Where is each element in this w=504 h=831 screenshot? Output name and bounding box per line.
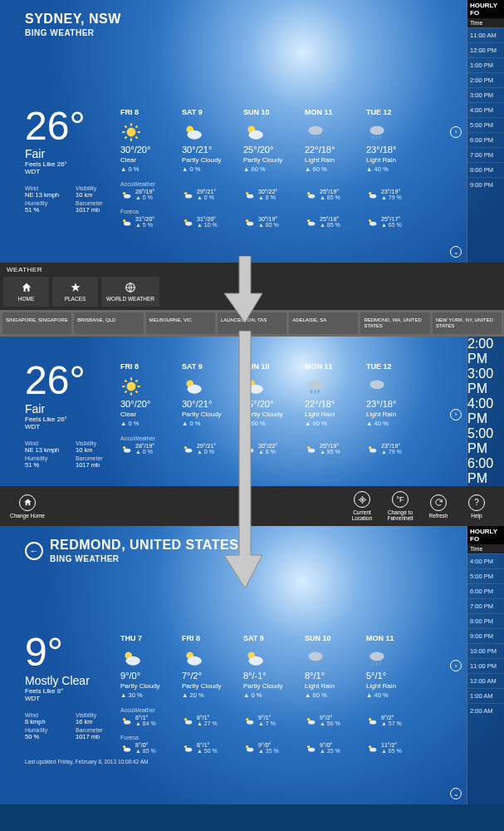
hourly-row[interactable]: 11:00 PM <box>467 658 504 673</box>
weather-icon <box>182 376 203 394</box>
svg-point-63 <box>246 745 249 749</box>
svg-point-39 <box>308 381 322 390</box>
svg-point-10 <box>185 222 192 226</box>
hourly-panel[interactable]: HOURLY FO Time 4:00 PM5:00 PM6:00 PM7:00… <box>467 526 504 804</box>
forecast-day[interactable]: MON 1122°/18°Light Rain▲ 60 % 25°/19°▲ 8… <box>305 362 365 468</box>
svg-point-66 <box>307 718 311 721</box>
hourly-row[interactable]: 2:00 AM <box>467 703 504 718</box>
hourly-row[interactable]: 3:00 PM <box>467 366 504 396</box>
scroll-right-icon[interactable]: › <box>450 409 462 420</box>
forecast-day[interactable]: SAT 98°/-1°Partly Cloudy▲ 0 % 9°/1°▲ 7 %… <box>243 634 303 754</box>
forecast-day[interactable]: MON 1122°/18°Light Rain▲ 60 % 25°/19°▲ 8… <box>305 108 365 228</box>
forecast-day[interactable]: TUE 1223°/18°Light Rain▲ 40 % 23°/19°▲ 7… <box>366 362 426 468</box>
svg-point-46 <box>361 499 363 500</box>
back-button[interactable]: ← <box>25 542 43 560</box>
place-tile[interactable]: NEW YORK, NY, UNITED STATES <box>433 312 502 334</box>
hourly-row[interactable]: 4:00 PM <box>467 396 504 426</box>
hourly-row[interactable]: 4:00 PM <box>467 102 504 117</box>
hourly-row[interactable]: 12:00 PM <box>467 42 504 57</box>
hourly-row[interactable]: 9:00 PM <box>467 177 504 192</box>
hourly-row[interactable]: 7:00 PM <box>467 598 504 613</box>
forecast-day[interactable]: THU 79°/0°Partly Cloudy▲ 30 %AccuWeather… <box>120 634 180 754</box>
svg-point-43 <box>369 446 372 450</box>
svg-point-4 <box>124 222 130 226</box>
hourly-row[interactable]: 5:00 PM <box>467 426 504 456</box>
scroll-right-icon[interactable]: › <box>450 126 462 138</box>
hourly-row[interactable]: 11:00 AM <box>467 27 504 42</box>
forecast-day[interactable]: SUN 108°/1°Light Rain▲ 60 % 9°/2°▲ 56 % … <box>305 634 365 754</box>
weather-icon <box>366 647 388 666</box>
svg-point-67 <box>308 720 315 725</box>
svg-point-50 <box>124 720 130 725</box>
svg-point-2 <box>124 194 130 199</box>
forecast-day[interactable]: SUN 1025°/20°Partly Cloudy▲ 60 % 30°/22°… <box>243 108 303 228</box>
hourly-row[interactable]: 6:00 PM <box>467 456 504 486</box>
hourly-row[interactable]: 2:00 PM <box>467 337 504 366</box>
hourly-row[interactable]: 5:00 PM <box>467 568 504 583</box>
star-icon <box>70 282 81 293</box>
current-location-button[interactable]: Current Location <box>343 491 381 521</box>
svg-point-48 <box>126 656 140 666</box>
hourly-row[interactable]: 5:00 PM <box>467 117 504 132</box>
svg-point-15 <box>246 219 249 223</box>
forecast-day[interactable]: FRI 830°/20°Clear▲ 0 %AccuWeather28°/19°… <box>120 362 180 468</box>
hourly-row[interactable]: 6:00 PM <box>467 132 504 147</box>
nav-tile-home[interactable]: HOME <box>3 277 49 307</box>
forecast-day[interactable]: FRI 830°/20°Clear▲ 0 %AccuWeather28°/19°… <box>120 108 180 228</box>
hourly-panel[interactable]: HOURLY FO Time 11:00 AM12:00 PM1:00 PM2:… <box>467 0 504 263</box>
svg-point-42 <box>369 381 384 390</box>
weather-icon <box>182 647 203 666</box>
flow-arrow-icon <box>224 256 266 322</box>
svg-point-64 <box>247 748 253 752</box>
hourly-row[interactable]: 2:00 PM <box>467 72 504 87</box>
hourly-panel[interactable]: 2:00 PM3:00 PM4:00 PM5:00 PM6:00 PM7:00 … <box>467 337 504 486</box>
hourly-row[interactable]: 1:00 PM <box>467 57 504 72</box>
weather-icon <box>120 376 142 394</box>
forecast-day[interactable]: FRI 87°/2°Partly Cloudy▲ 20 % 8°/1°▲ 27 … <box>182 634 242 754</box>
last-updated: Last updated Friday, February 8, 2013 10… <box>25 759 467 765</box>
refresh-button[interactable]: Refresh <box>419 494 458 519</box>
weather-icon <box>305 376 326 394</box>
hourly-row[interactable]: 3:00 PM <box>467 87 504 102</box>
svg-point-73 <box>369 745 372 749</box>
hourly-row[interactable]: 10:00 PM <box>467 643 504 658</box>
expand-icon[interactable]: ⌄ <box>450 788 462 799</box>
place-tile[interactable]: BRISBANE, QLD <box>74 312 143 334</box>
nav-tile-world-weather[interactable]: WORLD WEATHER <box>101 277 159 307</box>
nav-tile-places[interactable]: PLACES <box>52 277 98 307</box>
svg-point-13 <box>246 192 249 195</box>
svg-point-0 <box>127 128 136 137</box>
svg-point-24 <box>369 194 376 199</box>
weather-icon <box>305 121 326 140</box>
forecast-day[interactable]: TUE 1223°/18°Light Rain▲ 40 % 23°/19°▲ 7… <box>366 108 426 228</box>
place-tile[interactable]: REDMOND, WA, UNITED STATES <box>360 312 429 334</box>
forecast-days: FRI 830°/20°Clear▲ 0 %AccuWeather28°/19°… <box>120 362 426 468</box>
expand-icon[interactable]: ⌄ <box>450 246 462 258</box>
hourly-row[interactable]: 12:00 AM <box>467 673 504 688</box>
change-home-button[interactable]: Change Home <box>8 494 46 519</box>
hourly-row[interactable]: 1:00 AM <box>467 688 504 703</box>
hourly-row[interactable]: 8:00 PM <box>467 162 504 177</box>
svg-point-72 <box>369 720 376 725</box>
hourly-row[interactable]: 8:00 PM <box>467 613 504 628</box>
weather-icon <box>182 121 203 140</box>
change-to-fahrenheit-button[interactable]: °FChange to Fahrenheit <box>381 491 419 521</box>
forecast-day[interactable]: MON 115°/1°Light Rain▲ 40 % 9°/2°▲ 57 % … <box>366 634 426 754</box>
home-icon <box>21 282 32 293</box>
forecast-day[interactable]: SAT 930°/21°Partly Cloudy▲ 0 % 29°/21°▲ … <box>182 108 242 228</box>
hourly-row[interactable]: 6:00 PM <box>467 583 504 598</box>
target-icon <box>358 495 367 504</box>
svg-point-18 <box>307 192 311 195</box>
place-tile[interactable]: SINGAPORE, SINGAPORE <box>2 312 71 334</box>
flow-arrow-icon <box>224 331 266 588</box>
svg-point-33 <box>184 446 188 450</box>
place-tile[interactable]: MELBOURNE, VIC <box>146 312 215 334</box>
help-button[interactable]: ?Help <box>458 494 496 519</box>
svg-point-61 <box>246 718 249 721</box>
weather-icon <box>366 376 388 394</box>
place-tile[interactable]: ADELAIDE, SA <box>289 312 358 334</box>
hourly-row[interactable]: 9:00 PM <box>467 628 504 643</box>
hourly-row[interactable]: 4:00 PM <box>467 553 504 568</box>
svg-point-65 <box>308 652 322 661</box>
hourly-row[interactable]: 7:00 PM <box>467 147 504 162</box>
